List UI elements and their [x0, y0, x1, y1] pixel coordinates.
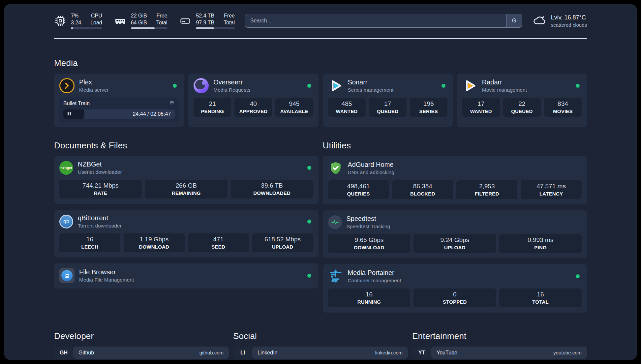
qbittorrent-icon: qb — [59, 215, 73, 228]
app-card-nzbget[interactable]: nzbget NZBGet Usenet downloader 744.21 M… — [54, 156, 319, 204]
stat-box: 17WANTED — [462, 98, 500, 117]
status-online-dot — [576, 274, 580, 278]
section-title-social: Social — [233, 331, 408, 341]
app-card-qbittorrent[interactable]: qb qBittorrent Torrent downloader 16LEEC… — [54, 210, 319, 258]
stat-box: 834MOVIES — [544, 98, 582, 117]
app-card-speedtest[interactable]: Speedtest Speedtest Tracking 9.65 GbpsDO… — [323, 210, 587, 258]
app-subtitle: Media File Management — [79, 277, 134, 283]
cpu-progress-bar — [71, 27, 102, 29]
pause-icon[interactable] — [67, 111, 71, 117]
stat-box: 21PENDING — [194, 98, 231, 117]
app-name: Speedtest — [347, 215, 390, 223]
disk-total-label: Total — [224, 19, 235, 26]
system-stats: 7%3.24 CPULoad 22 GiB64 GiB — [54, 13, 235, 29]
dashboard: 7%3.24 CPULoad 22 GiB64 GiB — [4, 4, 637, 360]
stat-box: 0.993 msPING — [499, 234, 582, 253]
app-card-portainer[interactable]: Media Portainer Container management 16R… — [323, 264, 587, 313]
plex-now-playing: Bullet Train — [59, 97, 179, 122]
search-bar: G — [245, 14, 522, 28]
app-card-filebrowser[interactable]: File Browser Media File Management — [54, 263, 319, 288]
section-title-documents: Documents & Files — [54, 140, 319, 151]
stat-box: 618.52 MbpsUPLOAD — [252, 233, 313, 252]
section-title-media: Media — [54, 58, 587, 68]
plex-progress-bar[interactable]: 24:44 / 02:06:47 — [63, 109, 175, 119]
ram-total-value: 64 GiB — [131, 19, 147, 26]
app-subtitle: DNS and adblocking — [348, 169, 394, 175]
ram-total-label: Total — [156, 19, 168, 26]
stat-box: 196SERIES — [410, 98, 447, 117]
stat-box: 86,384BLOCKED — [392, 180, 453, 199]
filebrowser-icon — [59, 268, 75, 283]
stat-box: 16TOTAL — [499, 288, 582, 307]
app-card-sonarr[interactable]: Sonarr Series management 485WANTED 17QUE… — [323, 74, 453, 127]
link-github[interactable]: GH Githubgithub.com — [54, 347, 229, 359]
cpu-value: 7% — [71, 13, 81, 19]
stat-box: 945AVAILABLE — [275, 98, 313, 117]
stat-box: 47.571 msLATENCY — [521, 180, 582, 199]
cloud-icon — [532, 13, 547, 29]
app-name: Overseerr — [213, 78, 250, 86]
stat-box: 40APPROVED — [234, 98, 272, 117]
app-card-adguard[interactable]: AdGuard Home DNS and adblocking 498,461Q… — [323, 156, 587, 204]
app-name: File Browser — [79, 268, 134, 276]
now-playing-title: Bullet Train — [63, 101, 90, 106]
link-url: github.com — [199, 350, 224, 355]
stat-box: 744.21 MbpsRATE — [59, 180, 142, 198]
weather-widget[interactable]: Lviv, 16.87°C scattered clouds — [532, 13, 587, 29]
app-name: AdGuard Home — [348, 161, 394, 168]
ram-icon — [114, 15, 127, 27]
stat-box: 2,953FILTERED — [456, 180, 517, 199]
stat-box: 0STOPPED — [413, 288, 496, 307]
app-card-overseerr[interactable]: Overseerr Media Requests 21PENDING 40APP… — [188, 74, 318, 127]
app-name: Sonarr — [348, 78, 394, 86]
disk-icon — [179, 15, 192, 27]
nzbget-icon: nzbget — [59, 161, 73, 175]
app-subtitle: Container management — [348, 278, 401, 284]
cpu-label: CPU — [91, 13, 102, 19]
search-provider-button[interactable]: G — [506, 14, 522, 27]
bookmark-group-entertainment: Entertainment YT YouTubeyoutube.com NF N… — [412, 331, 587, 360]
speedtest-icon — [328, 215, 342, 229]
section-title-entertainment: Entertainment — [412, 331, 587, 341]
link-name: LinkedIn — [258, 350, 278, 356]
stat-box: 22QUEUED — [503, 98, 541, 117]
link-name: Github — [78, 350, 94, 356]
sonarr-icon — [328, 78, 343, 93]
status-online-dot — [576, 84, 580, 88]
status-online-dot — [307, 84, 311, 88]
cpu-load-label: Load — [90, 19, 102, 26]
stat-box: 16RUNNING — [328, 288, 411, 307]
link-youtube[interactable]: YT YouTubeyoutube.com — [412, 347, 587, 359]
link-abbr: GH — [54, 347, 73, 359]
link-linkedin[interactable]: LI LinkedInlinkedin.com — [233, 347, 408, 359]
app-card-radarr[interactable]: Radarr Movie management 17WANTED 22QUEUE… — [457, 74, 587, 127]
section-title-developer: Developer — [54, 331, 229, 341]
app-name: Plex — [79, 78, 109, 86]
section-utilities: Utilities AdGuard Home — [323, 140, 587, 313]
header-divider — [54, 38, 587, 39]
ram-progress-bar — [131, 27, 168, 29]
cpu-icon — [54, 15, 67, 27]
app-card-plex[interactable]: Plex Media server Bullet Train — [54, 74, 184, 127]
status-online-dot — [307, 274, 311, 278]
app-name: NZBGet — [78, 161, 122, 168]
ram-free-value: 22 GiB — [131, 13, 147, 19]
overseerr-icon — [194, 78, 209, 93]
stat-box: 9.24 GbpsUPLOAD — [413, 234, 496, 253]
search-input[interactable] — [245, 14, 522, 28]
stat-box: 16LEECH — [59, 233, 120, 252]
bookmark-group-developer: Developer GH Githubgithub.com SO StackOv… — [54, 331, 229, 360]
portainer-icon — [328, 269, 343, 284]
app-name: Radarr — [482, 78, 527, 86]
cpu-load-value: 3.24 — [71, 19, 81, 26]
app-subtitle: Media Requests — [213, 87, 250, 93]
plex-icon — [59, 78, 75, 93]
section-title-utilities: Utilities — [323, 140, 587, 151]
radarr-icon — [462, 78, 477, 93]
app-subtitle: Speedtest Tracking — [347, 224, 390, 229]
header: 7%3.24 CPULoad 22 GiB64 GiB — [4, 11, 637, 31]
weather-location-temp: Lviv, 16.87°C — [551, 14, 587, 21]
app-subtitle: Series management — [348, 87, 394, 93]
cpu-stat: 7%3.24 CPULoad — [54, 13, 102, 29]
gear-icon[interactable] — [169, 100, 175, 107]
